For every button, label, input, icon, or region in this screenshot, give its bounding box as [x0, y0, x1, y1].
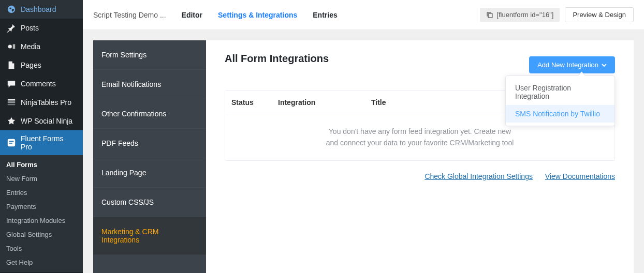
integration-dropdown: User Registration Integration SMS Notifi… [505, 75, 615, 126]
sidebar-label: Fluent Forms Pro [21, 134, 77, 151]
topbar: Script Testing Demo ... Editor Settings … [83, 0, 644, 30]
svg-rect-2 [8, 101, 15, 103]
svg-rect-1 [8, 99, 15, 101]
pages-icon [6, 60, 17, 70]
sidebar-item-fluentforms[interactable]: Fluent Forms Pro [0, 130, 83, 155]
sidebar-label: Dashboard [21, 5, 56, 13]
svg-rect-5 [9, 141, 13, 142]
media-icon [6, 41, 17, 52]
settings-item-custom-css-js[interactable]: Custom CSS/JS [93, 188, 206, 217]
footer-links: Check Global Integration Settings View D… [225, 172, 615, 180]
submenu-global-settings[interactable]: Global Settings [0, 228, 83, 241]
submenu-all-forms[interactable]: All Forms [0, 158, 83, 172]
settings-item-landing-page[interactable]: Landing Page [93, 158, 206, 188]
dropdown-item-sms-twilio[interactable]: SMS Notification by Twillio [506, 105, 614, 123]
dropdown-item-user-registration[interactable]: User Registration Integration [506, 79, 614, 105]
form-title: Script Testing Demo ... [93, 11, 166, 19]
tab-settings-integrations[interactable]: Settings & Integrations [218, 11, 297, 19]
empty-text-line2: and connect your data to your favorite C… [326, 139, 514, 147]
tab-editor[interactable]: Editor [182, 11, 202, 19]
forms-icon [6, 138, 17, 148]
submenu-entries[interactable]: Entries [0, 186, 83, 200]
add-new-integration-button[interactable]: Add New Integration [529, 56, 615, 73]
th-status: Status [225, 91, 272, 114]
settings-item-form-settings[interactable]: Form Settings [93, 40, 206, 70]
comments-icon [6, 79, 17, 89]
content-header: All Form Integrations Add New Integratio… [225, 53, 615, 77]
sidebar-label: WP Social Ninja [21, 117, 72, 125]
link-global-settings[interactable]: Check Global Integration Settings [425, 172, 533, 180]
sidebar-label: Posts [21, 24, 39, 32]
svg-rect-3 [8, 104, 15, 105]
sidebar-item-comments[interactable]: Comments [0, 74, 83, 93]
main-area: Script Testing Demo ... Editor Settings … [83, 0, 644, 273]
add-button-label: Add New Integration [537, 61, 598, 69]
settings-item-other-confirmations[interactable]: Other Confirmations [93, 99, 206, 129]
svg-rect-6 [9, 143, 12, 144]
submenu-tools[interactable]: Tools [0, 241, 83, 255]
empty-text-line1: You don't have any form feed integration… [329, 127, 511, 135]
link-view-docs[interactable]: View Documentations [545, 172, 615, 180]
svg-point-0 [8, 44, 12, 48]
settings-item-pdf-feeds[interactable]: PDF Feeds [93, 129, 206, 158]
settings-sidebar: Form Settings Email Notifications Other … [93, 40, 206, 273]
submenu-payments[interactable]: Payments [0, 200, 83, 214]
sidebar-item-media[interactable]: Media [0, 37, 83, 56]
sidebar-item-wpsocial[interactable]: WP Social Ninja [0, 112, 83, 130]
page-heading: All Form Integrations [225, 53, 329, 65]
settings-item-marketing-crm[interactable]: Marketing & CRM Integrations [93, 217, 206, 255]
tab-entries[interactable]: Entries [313, 11, 337, 19]
settings-item-email-notifications[interactable]: Email Notifications [93, 70, 206, 99]
sidebar-label: NinjaTables Pro [21, 98, 71, 107]
svg-rect-7 [489, 13, 493, 18]
topbar-right: [fluentform id="16"] Preview & Design [480, 7, 634, 22]
sidebar-label: Media [21, 42, 40, 51]
submenu-get-help[interactable]: Get Help [0, 255, 83, 269]
shortcode-box[interactable]: [fluentform id="16"] [480, 8, 560, 22]
copy-icon [486, 11, 493, 19]
chevron-down-icon [602, 63, 607, 68]
shortcode-text: [fluentform id="16"] [496, 11, 553, 19]
th-integration: Integration [272, 91, 365, 114]
pin-icon [6, 23, 17, 33]
preview-design-button[interactable]: Preview & Design [565, 7, 634, 22]
tables-icon [6, 97, 17, 108]
submenu-new-form[interactable]: New Form [0, 172, 83, 186]
content-main: All Form Integrations Add New Integratio… [206, 40, 634, 273]
sidebar-label: Comments [21, 80, 56, 88]
wp-admin-sidebar: Dashboard Posts Media Pages Comments Nin… [0, 0, 83, 273]
sidebar-item-ninjatables[interactable]: NinjaTables Pro [0, 93, 83, 112]
content-row: Form Settings Email Notifications Other … [83, 30, 644, 273]
social-icon [6, 116, 17, 126]
dashboard-icon [6, 4, 17, 14]
sidebar-item-dashboard[interactable]: Dashboard [0, 0, 83, 19]
sidebar-submenu: All Forms New Form Entries Payments Inte… [0, 155, 83, 272]
sidebar-item-pages[interactable]: Pages [0, 56, 83, 74]
sidebar-label: Pages [21, 61, 41, 69]
submenu-integration-modules[interactable]: Integration Modules [0, 214, 83, 228]
sidebar-item-posts[interactable]: Posts [0, 19, 83, 37]
